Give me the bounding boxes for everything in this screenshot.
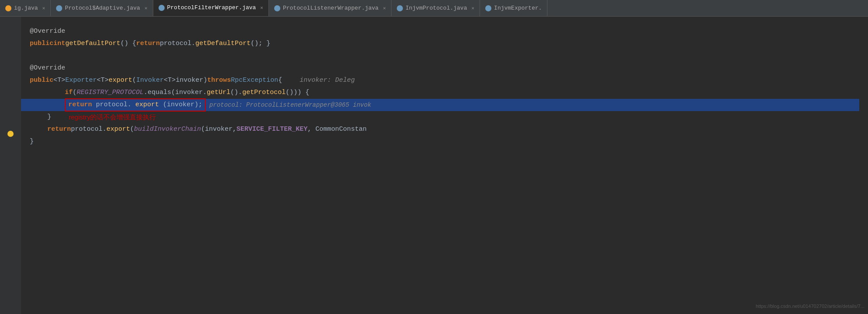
plain-close-brace1: } [47, 112, 51, 122]
tab-bar: ig.java ✕ Protocol$Adaptive.java ✕ Proto… [0, 0, 868, 17]
tab-close-fig[interactable]: ✕ [42, 5, 46, 11]
tab-icon-fig [5, 5, 11, 11]
tab-icon-adaptive [56, 5, 62, 11]
hint-invoker-deleg: invoker: Deleg [300, 75, 355, 86]
editor-area: @Override public int getDefaultPort () {… [0, 17, 868, 314]
plain-semi1: (); } [251, 38, 270, 49]
code-line-export-method: public <T> Exporter <T> export ( Invoker… [30, 74, 868, 87]
plain-generic1: <T> [53, 75, 65, 86]
tab-icon-injvm [397, 5, 403, 11]
plain-paren3: ( [73, 87, 77, 98]
kw-int: int [53, 38, 65, 49]
method-getdefault: getDefaultPort [65, 38, 120, 49]
tab-icon-filter [159, 5, 165, 11]
tab-close-filter[interactable]: ✕ [260, 5, 263, 10]
code-line-getdefault: public int getDefaultPort () { return pr… [30, 38, 868, 50]
bookmark-dot [7, 131, 14, 137]
method-geturl: getUrl [207, 87, 230, 98]
method-getdefault2: getDefaultPort [195, 38, 251, 49]
plain-invoker-param: invoker) [176, 75, 207, 86]
method-export3: export [106, 124, 130, 135]
plain-getprot: (). [230, 87, 242, 98]
method-export: export [109, 75, 132, 86]
code-line-if: if ( REGISTRY_PROTOCOL .equals(invoker. … [30, 87, 868, 99]
type-rpcexception: RpcException [231, 75, 278, 86]
purple-service-filter: SERVICE_FILTER_KEY [236, 124, 307, 135]
code-line-return-highlighted: return protocol. export (invoker); proto… [21, 99, 859, 111]
code-line-override1: @Override [30, 25, 868, 38]
plain-protocol2: protocol. [96, 101, 131, 108]
tab-label-listener: ProtocolListenerWrapper.java [283, 5, 378, 11]
tab-icon-exporter [485, 5, 491, 11]
code-line-close-if: } registry的话不会增强直接执行 [30, 111, 868, 123]
kw-return1: return [136, 38, 160, 49]
plain-generic3: <T> [164, 75, 176, 86]
italic-registry: REGISTRY_PROTOCOL [77, 87, 144, 98]
plain-comma2: , CommonConstan [307, 124, 367, 135]
tab-label-adaptive: Protocol$Adaptive.java [65, 5, 140, 11]
tab-close-injvm[interactable]: ✕ [471, 5, 474, 11]
bookmark-marker [0, 124, 21, 143]
plain-paren2: ( [132, 75, 136, 86]
chinese-annotation: registry的话不会增强直接执行 [69, 112, 156, 122]
tab-label-exporter: InjvmExporter. [494, 5, 542, 11]
tab-filter[interactable]: ProtocolFilterWrapper.java ✕ [153, 0, 269, 17]
plain-closeparen: ())) { [286, 87, 309, 98]
tab-fig[interactable]: ig.java ✕ [0, 0, 51, 17]
annotation-override2: @Override [30, 63, 65, 73]
debug-hint-protocol: protocol: ProtocolListenerWrapper@3065 i… [209, 100, 371, 110]
tab-exporter[interactable]: InjvmExporter. [480, 0, 547, 17]
kw-throws: throws [207, 75, 231, 86]
plain-equals: .equals(invoker. [144, 87, 207, 98]
italic-buildinvoker: buildInvokerChain [134, 124, 201, 135]
plain-protocol1: protocol. [160, 38, 195, 49]
code-line-return2: return protocol. export ( buildInvokerCh… [30, 123, 868, 136]
empty-line-1 [30, 50, 868, 62]
tab-label-filter: ProtocolFilterWrapper.java [167, 4, 256, 11]
plain-paren4: ( [130, 124, 134, 135]
kw-return3: return [47, 124, 71, 135]
tab-label-fig: ig.java [14, 5, 38, 11]
plain-protocol3: protocol. [71, 124, 106, 135]
tab-close-adaptive[interactable]: ✕ [145, 5, 148, 11]
tab-close-listener[interactable]: ✕ [383, 5, 386, 11]
tab-label-injvm: InjvmProtocol.java [406, 5, 467, 11]
tab-icon-listener [274, 5, 280, 11]
tab-adaptive[interactable]: Protocol$Adaptive.java ✕ [51, 0, 153, 17]
method-getprotocol: getProtocol [242, 87, 286, 98]
tab-listener[interactable]: ProtocolListenerWrapper.java ✕ [269, 0, 392, 17]
plain-generic2: <T> [97, 75, 109, 86]
plain-parens1: () { [120, 38, 136, 49]
type-exporter: Exporter [65, 75, 97, 86]
plain-invoker2: (invoker); [163, 101, 202, 108]
kw-if: if [65, 87, 73, 98]
code-content[interactable]: @Override public int getDefaultPort () {… [21, 17, 868, 314]
kw-return2: return [68, 101, 96, 108]
gutter [0, 17, 21, 314]
plain-invoker3: (invoker, [201, 124, 236, 135]
type-invoker: Invoker [136, 75, 164, 86]
annotation-override1: @Override [30, 26, 65, 37]
kw-public2: public [30, 75, 53, 86]
plain-brace1: { [278, 75, 282, 86]
code-line-close-method: } [30, 136, 868, 148]
tab-injvm[interactable]: InjvmProtocol.java ✕ [392, 0, 480, 17]
return-box: return protocol. export (invoker); [65, 98, 206, 112]
kw-public1: public [30, 38, 53, 49]
method-export2: export [135, 101, 159, 108]
url-hint: https://blog.csdn.net/u014702702/article… [756, 303, 864, 311]
plain-close-brace2: } [30, 136, 34, 147]
code-line-override2: @Override [30, 62, 868, 74]
